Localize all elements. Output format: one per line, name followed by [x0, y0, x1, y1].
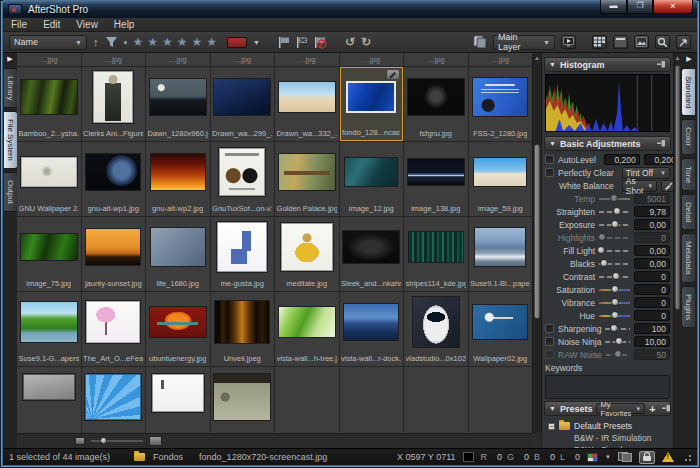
slider-handle[interactable] [597, 246, 605, 254]
image-view-icon[interactable] [634, 35, 649, 49]
layers-icon[interactable] [472, 35, 487, 49]
slider-handle[interactable] [611, 285, 619, 293]
slider-handle[interactable] [614, 350, 622, 358]
fullscreen-arrow-icon[interactable] [676, 35, 691, 49]
panel-scrollbar[interactable]: ▲ [673, 53, 681, 448]
thumbnail-size-slider[interactable] [91, 440, 143, 442]
slider-handle[interactable] [613, 207, 621, 215]
slider-handle[interactable] [615, 337, 623, 345]
menu-help[interactable]: Help [114, 19, 135, 30]
star-icon[interactable]: ★ [206, 35, 221, 49]
collapse-icon[interactable]: ▼ [549, 61, 556, 68]
vibrance-slider[interactable] [599, 302, 630, 304]
sharpening-value[interactable]: 100 [634, 323, 670, 334]
basic-adjustments-header[interactable]: ▼ Basic Adjustments [544, 136, 671, 151]
slider-handle[interactable] [610, 194, 618, 202]
temp-slider[interactable] [599, 198, 630, 200]
tab-plugins[interactable]: Plugins [681, 286, 695, 328]
keywords-input[interactable] [545, 375, 670, 399]
grid-cell[interactable]: me-gusta.jpg [211, 217, 275, 291]
slider-handle[interactable] [612, 272, 620, 280]
flag-x-icon[interactable] [296, 36, 308, 49]
slider-handle[interactable] [100, 437, 107, 444]
grid-cell[interactable]: The_Art_O...eFear.jpg [82, 292, 146, 366]
grid-cell[interactable]: Suse9.1-G...apers.jpg [17, 292, 81, 366]
star-icon[interactable]: ★ [133, 35, 148, 49]
blacks-slider[interactable] [599, 263, 630, 265]
flag-clear-icon[interactable] [314, 36, 327, 49]
scrollbar-thumb[interactable] [675, 65, 680, 310]
collapse-icon[interactable]: ▼ [549, 405, 556, 412]
menu-edit[interactable]: Edit [43, 19, 60, 30]
grid-cell-partial[interactable]: …jpg [146, 53, 210, 66]
grid-cell[interactable]: image_138.jpg [404, 142, 468, 216]
browse-view-icon[interactable] [613, 35, 628, 49]
collapse-node-icon[interactable]: − [548, 423, 555, 430]
highlights-slider[interactable] [599, 237, 630, 239]
grid-cell[interactable]: fsfgnu.jpg [404, 67, 468, 141]
highlights-value[interactable]: 0 [634, 232, 670, 243]
color-label-swatch[interactable] [227, 37, 247, 48]
tab-standard[interactable]: Standard [681, 68, 695, 116]
sharpening-slider[interactable] [605, 328, 630, 330]
layer-select[interactable]: Main Layer ▼ [493, 35, 555, 50]
star-icon[interactable]: ★ [192, 35, 207, 49]
small-thumbnail-icon[interactable] [75, 437, 85, 445]
grid-cell-partial[interactable]: …jpg [340, 53, 404, 66]
grid-cell[interactable]: FSS-2_1280.jpg [469, 67, 533, 141]
large-thumbnail-icon[interactable] [149, 436, 162, 446]
fill-light-slider[interactable] [599, 250, 630, 252]
slider-handle[interactable] [611, 220, 619, 228]
grid-cell-partial[interactable]: …jpg [404, 53, 468, 66]
expand-left-panel-icon[interactable]: ▶ [3, 53, 17, 65]
tab-color[interactable]: Color [681, 119, 695, 154]
grid-cell[interactable]: Drawn_wa...332_.jpg [275, 67, 339, 141]
raw-noise-checkbox[interactable] [545, 350, 554, 359]
thumbnail-view-icon[interactable] [592, 35, 607, 49]
grid-scrollbar[interactable]: ▲ [532, 53, 541, 433]
grid-cell[interactable] [82, 367, 146, 433]
sort-field-select[interactable]: Name ▼ [9, 35, 87, 50]
histogram-header[interactable]: ▼ Histogram [544, 57, 671, 72]
resize-grip[interactable] [683, 453, 691, 461]
grid-cell[interactable]: image_59.jpg [469, 142, 533, 216]
grid-cell-partial[interactable]: …jpg [17, 53, 81, 66]
current-folder-name[interactable]: Fondos [153, 452, 183, 462]
raw-noise-value[interactable]: 50 [634, 349, 670, 360]
presets-filter-select[interactable]: My Favorites ▼ [596, 403, 645, 414]
grid-cell[interactable]: image_12.jpg [340, 142, 404, 216]
star-icon[interactable]: ★ [147, 35, 162, 49]
raw-noise-slider[interactable] [606, 354, 630, 356]
exposure-value[interactable]: 0,00 [634, 219, 670, 230]
preset-item[interactable]: B&W - IR Simulation [548, 432, 671, 444]
contrast-slider[interactable] [599, 276, 630, 278]
star-icon[interactable]: ★ [177, 35, 192, 49]
exposure-slider[interactable] [599, 224, 630, 226]
slider-handle[interactable] [600, 259, 608, 267]
tab-library[interactable]: Library [4, 68, 18, 108]
sharpening-checkbox[interactable] [545, 324, 554, 333]
saturation-value[interactable]: 0 [634, 284, 670, 295]
grid-cell[interactable]: meditate.jpg [275, 217, 339, 291]
slideshow-icon[interactable] [561, 35, 576, 49]
grid-cell[interactable]: stripes114_kde.jpg [404, 217, 468, 291]
eyedropper-icon[interactable] [661, 180, 673, 192]
slider-handle[interactable] [610, 324, 618, 332]
hue-value[interactable]: 0 [634, 310, 670, 321]
dual-monitor-icon[interactable] [618, 452, 632, 462]
tab-tone[interactable]: Tone [681, 158, 695, 191]
noise-ninja-checkbox[interactable] [545, 337, 554, 346]
grid-cell[interactable]: vista-wall...r-dock.jpg [340, 292, 404, 366]
grid-cell[interactable]: vladstudio...0x1024.jpg [404, 292, 468, 366]
grid-cell[interactable]: GnuTuxSof...on-v1.jpg [211, 142, 275, 216]
pin-icon[interactable] [657, 139, 666, 148]
color-management-icon[interactable] [587, 453, 598, 462]
grid-cell[interactable]: gnu-alt-wp1.jpg [82, 142, 146, 216]
flag-icon[interactable] [278, 36, 290, 49]
star-icon[interactable]: ★ [162, 35, 177, 49]
contrast-value[interactable]: 0 [634, 271, 670, 282]
grid-cell[interactable]: Drawn_wa...299_.jpg [211, 67, 275, 141]
grid-cell[interactable]: vista-wall...h-tree.jpg [275, 292, 339, 366]
collapse-icon[interactable]: ▼ [549, 140, 556, 147]
tab-file-system[interactable]: File System [4, 111, 18, 169]
